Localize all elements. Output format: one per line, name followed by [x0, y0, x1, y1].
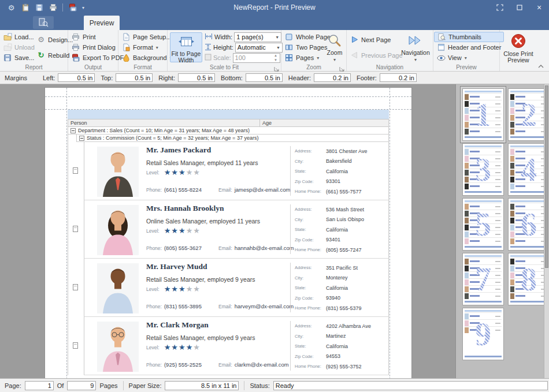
design-button[interactable]: ⚙ Design... — [34, 35, 66, 45]
column-header-row: Person Age — [68, 119, 389, 127]
paper-size-label: Paper Size: — [129, 382, 162, 389]
chevron-down-icon[interactable]: ▼ — [274, 43, 282, 52]
paper-size-box: 8.5 in x 11 in — [165, 381, 239, 390]
collapse-detail-icon[interactable] — [73, 226, 78, 232]
pages-button[interactable]: Pages ▾ — [282, 53, 324, 63]
tab-preview[interactable]: Preview — [84, 16, 120, 30]
fullscreen-button[interactable] — [490, 0, 510, 15]
star-empty-icon: ★ — [186, 285, 193, 293]
background-button[interactable]: Background ▾ — [119, 53, 175, 63]
page-thumbnail[interactable]: 8 — [508, 253, 549, 305]
paste-icon[interactable] — [21, 3, 29, 12]
detail-row: City:San Luis Obispo — [295, 215, 385, 225]
unload-button[interactable]: Unload — [1, 42, 34, 53]
page-thumbnail[interactable]: 2 — [508, 88, 549, 141]
thumbnails-scrollbar[interactable] — [544, 84, 549, 378]
format-icon — [121, 43, 131, 52]
chevron-down-icon[interactable]: ▼ — [273, 33, 281, 42]
zoom-button[interactable]: Zoom ▾ — [324, 31, 346, 64]
ribbon-group-preview: Thumbnails Header and Footer View ▾ Prev… — [433, 30, 500, 71]
page-thumbnail[interactable]: 6 — [508, 198, 549, 251]
spin-up-icon[interactable]: ▲ — [272, 54, 280, 58]
address-details: Address:4202 Alhambra Ave City:Martinez … — [295, 321, 385, 372]
page-thumbnail[interactable]: 5 — [462, 198, 504, 251]
page-setup-button[interactable]: Page Setup... — [119, 32, 175, 42]
rebuild-icon: ↻ — [36, 51, 46, 60]
spin-down-icon[interactable]: ▼ — [272, 58, 280, 62]
width-combobox[interactable]: 1 page(s) ▼ — [234, 32, 281, 42]
view-button[interactable]: View ▾ — [434, 53, 504, 63]
height-combobox[interactable]: Automatic ▼ — [235, 43, 283, 53]
page-thumbnail[interactable]: 3 — [462, 143, 504, 196]
margin-field-right: Right:0.5 in — [158, 73, 215, 82]
phone-row: Phone: (661) 555-8224 — [146, 186, 202, 193]
card-divider — [290, 263, 291, 312]
level-row: Level: ★★★★★ — [146, 227, 200, 234]
person-photo — [97, 205, 139, 255]
next-page-button[interactable]: Next Page — [347, 35, 400, 45]
print-preview-app-button[interactable] — [33, 16, 54, 29]
star-empty-icon: ★ — [186, 227, 193, 234]
margin-field-footer: Footer:0.2 in — [357, 73, 417, 82]
city-value: Martinez — [326, 333, 346, 339]
print-icon[interactable] — [49, 3, 57, 12]
ribbon-group-output: Print Print Dialog Export To PDF Output — [68, 30, 118, 71]
save-report-button[interactable]: Save... — [1, 53, 34, 63]
previous-page-button[interactable]: Previous Page — [347, 50, 400, 61]
page-thumbnail[interactable]: 1 — [462, 88, 504, 141]
address-value: 351 Pacific St — [326, 265, 358, 271]
collapse-subgroup-icon[interactable] — [79, 136, 84, 141]
city-value: Monterey — [326, 275, 348, 281]
detail-row: Address:3801 Chester Ave — [295, 146, 385, 156]
star-empty-icon: ★ — [193, 344, 200, 351]
group-row-status: Status : Commission (Count = 5; Min Age … — [76, 135, 389, 142]
thumb-page-number: 7 — [463, 253, 503, 305]
close-print-preview-button[interactable]: Close Print Preview — [500, 31, 536, 64]
page-thumbnail[interactable]: 4 — [508, 143, 549, 196]
margin-field-header: Header:0.2 in — [288, 73, 351, 82]
whole-page-button[interactable]: Whole Page — [282, 32, 324, 42]
main-area: Person Age Department : Sales (Count = 1… — [0, 84, 549, 378]
level-stars: ★★★★★ — [164, 227, 200, 234]
margin-bottom-input[interactable]: 0.5 in — [246, 73, 283, 82]
load-button[interactable]: Load... — [1, 32, 34, 42]
person-card: Mr. Clark Morgan Retail Sales Manager, e… — [84, 317, 389, 375]
close-button[interactable]: × — [529, 0, 549, 15]
spinner-buttons[interactable]: ▲▼ — [272, 54, 280, 62]
collapse-group-icon[interactable] — [71, 128, 76, 133]
document-preview-area[interactable]: Person Age Department : Sales (Count = 1… — [0, 84, 455, 378]
rebuild-button[interactable]: ↻ Rebuild — [34, 50, 66, 61]
page-thumbnail[interactable]: 9 — [462, 308, 504, 360]
header-and-footer-button[interactable]: Header and Footer — [434, 42, 504, 53]
margin-footer-input[interactable]: 0.2 in — [380, 73, 417, 82]
margin-header-input[interactable]: 0.2 in — [314, 73, 351, 82]
format-button[interactable]: Format ▾ — [119, 42, 175, 53]
gear-icon[interactable]: ⚙ — [7, 3, 16, 12]
detail-row: City:Martinez — [295, 331, 385, 342]
scrollbar-thumb[interactable] — [545, 85, 548, 268]
ribbon-group-navigation: Next Page Previous Page Navigation ▾ Nav… — [347, 30, 433, 71]
page-thumbnail[interactable]: 7 — [462, 253, 504, 305]
export-pdf-icon[interactable] — [68, 3, 77, 12]
fit-to-page-width-button[interactable]: Fit to Page Width — [170, 32, 202, 62]
margin-right-input[interactable]: 0.5 in — [178, 73, 215, 82]
column-age: Age — [260, 120, 388, 126]
ribbon-collapse-icon[interactable] — [537, 64, 544, 69]
margin-field-bottom: Bottom:0.5 in — [221, 73, 283, 82]
navigation-button[interactable]: Navigation ▾ — [400, 31, 431, 64]
two-pages-button[interactable]: Two Pages — [282, 42, 324, 53]
save-icon[interactable] — [35, 3, 43, 12]
thumbnails-button[interactable]: Thumbnails — [434, 32, 504, 42]
margin-top-input[interactable]: 0.5 in — [116, 73, 153, 82]
collapse-detail-icon[interactable] — [73, 342, 78, 349]
maximize-button[interactable] — [510, 0, 529, 15]
collapse-detail-icon[interactable] — [73, 284, 78, 290]
scale-spinner[interactable]: 100 ▲▼ — [233, 53, 280, 63]
home-phone-value: (805) 555-7247 — [326, 247, 362, 253]
qat-dropdown-icon[interactable]: ▾ — [82, 5, 84, 10]
collapse-detail-icon[interactable] — [73, 167, 78, 174]
margin-left-input[interactable]: 0.5 in — [58, 73, 95, 82]
detail-row: Home Phone:(805) 555-7247 — [295, 245, 385, 255]
star-filled-icon: ★ — [179, 227, 186, 234]
page-number-input[interactable]: 1 — [25, 381, 54, 390]
